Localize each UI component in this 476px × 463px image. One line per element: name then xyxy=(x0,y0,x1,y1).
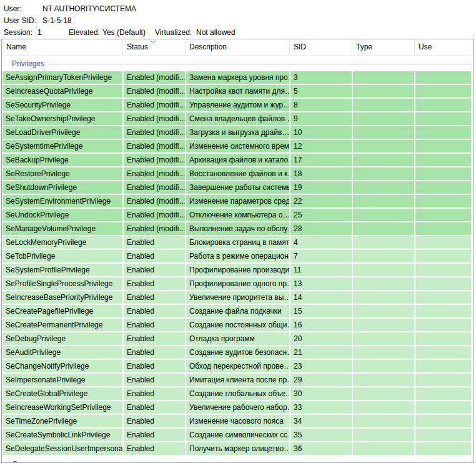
privilege-row[interactable]: SeAuditPrivilege Enabled Создание аудито… xyxy=(2,346,471,359)
privilege-name-cell: SeSecurityPrivilege xyxy=(2,99,122,111)
sid-cell: 36 xyxy=(290,442,352,455)
privilege-name-cell: SeCreatePermanentPrivilege xyxy=(2,319,122,331)
privilege-row[interactable]: SeTakeOwnershipPrivilege Enabled (modifi… xyxy=(2,112,471,125)
privilege-row[interactable]: SeLockMemoryPrivilege Enabled Блокировка… xyxy=(2,236,471,249)
privilege-row[interactable]: SeCreatePermanentPrivilege Enabled Созда… xyxy=(2,319,471,331)
sid-cell: 12 xyxy=(290,140,352,152)
use-cell xyxy=(415,222,471,235)
privilege-name-cell: SeCreatePagefilePrivilege xyxy=(2,305,122,317)
privilege-row[interactable]: SeChangeNotifyPrivilege Enabled Обход пе… xyxy=(2,360,471,372)
group-header-groups[interactable]: Groups xyxy=(2,459,472,462)
type-cell xyxy=(353,126,414,139)
privilege-row[interactable]: SeCreateGlobalPrivilege Enabled Создание… xyxy=(2,387,471,400)
status-cell: Enabled (modifi… xyxy=(124,222,185,235)
use-cell xyxy=(415,209,471,221)
token-info-panel: User: NT AUTHORITY\СИСТЕМА User SID: S-1… xyxy=(0,0,476,39)
status-cell: Enabled xyxy=(124,319,185,331)
sid-cell: 18 xyxy=(290,167,352,180)
privilege-row[interactable]: SeCreatePagefilePrivilege Enabled Создан… xyxy=(2,305,471,317)
user-sid-line: User SID: S-1-5-18 xyxy=(0,16,476,26)
sid-cell: 11 xyxy=(290,264,352,276)
sid-cell: 22 xyxy=(290,195,352,207)
column-header-use[interactable]: Use xyxy=(415,39,474,55)
privilege-row[interactable]: SeManageVolumePrivilege Enabled (modifi…… xyxy=(2,222,471,235)
status-cell: Enabled xyxy=(124,332,185,345)
description-cell: Создание постоянных общи… xyxy=(186,319,289,331)
sid-cell: 25 xyxy=(290,209,352,221)
description-cell: Изменение параметров сред… xyxy=(186,195,289,207)
privilege-row[interactable]: SeIncreaseWorkingSetPrivilege Enabled Ув… xyxy=(2,401,471,414)
description-cell: Изменение системного врем… xyxy=(186,140,289,152)
privilege-row[interactable]: SeDelegateSessionUserImpersona… Enabled … xyxy=(2,442,471,455)
description-cell: Восстановление файлов и к… xyxy=(186,167,289,180)
privilege-name-cell: SeImpersonatePrivilege xyxy=(2,374,122,386)
status-cell: Enabled xyxy=(124,442,185,455)
column-header-name[interactable]: Name xyxy=(2,39,123,55)
privilege-row[interactable]: SeCreateSymbolicLinkPrivilege Enabled Со… xyxy=(2,429,471,441)
sid-cell: 29 xyxy=(290,374,352,386)
column-header-sid[interactable]: SID xyxy=(290,39,352,55)
privilege-row[interactable]: SeAssignPrimaryTokenPrivilege Enabled (m… xyxy=(2,71,471,84)
use-cell xyxy=(415,140,471,152)
column-header-type[interactable]: Type xyxy=(352,39,415,55)
description-cell: Создание файла подкачки xyxy=(186,305,289,317)
description-cell: Замена маркера уровня про… xyxy=(186,71,289,84)
status-cell: Enabled (modifi… xyxy=(124,181,185,194)
privilege-row[interactable]: SeImpersonatePrivilege Enabled Имитация … xyxy=(2,374,471,386)
privilege-row[interactable]: SeSystemtimePrivilege Enabled (modifi… И… xyxy=(2,140,471,152)
privilege-row[interactable]: SeShutdownPrivilege Enabled (modifi… Зав… xyxy=(2,181,471,194)
description-cell: Создание аудитов безопасн… xyxy=(186,346,289,359)
user-line: User: NT AUTHORITY\СИСТЕМА xyxy=(0,4,476,14)
description-cell: Создание глобальных объе… xyxy=(186,387,289,400)
sid-cell: 9 xyxy=(290,112,352,125)
privilege-row[interactable]: SeLoadDriverPrivilege Enabled (modifi… З… xyxy=(2,126,471,139)
privilege-row[interactable]: SeDebugPrivilege Enabled Отладка програм… xyxy=(2,332,471,345)
privilege-name-cell: SeTimeZonePrivilege xyxy=(2,415,122,427)
privilege-name-cell: SeIncreaseQuotaPrivilege xyxy=(2,85,122,97)
privilege-row[interactable]: SeSystemProfilePrivilege Enabled Профили… xyxy=(2,264,471,276)
privilege-row[interactable]: SeIncreaseBasePriorityPrivilege Enabled … xyxy=(2,291,471,304)
status-cell: Enabled xyxy=(124,374,185,386)
group-header-privileges[interactable]: Privileges xyxy=(2,58,472,69)
user-sid-label: User SID: xyxy=(4,16,36,25)
privilege-row[interactable]: SeUndockPrivilege Enabled (modifi… Отклю… xyxy=(2,209,471,221)
privilege-name-cell: SeAssignPrimaryTokenPrivilege xyxy=(2,71,122,84)
description-cell: Завершение работы системы xyxy=(186,181,289,194)
virtualized-label: Virtualized: xyxy=(155,28,192,37)
privilege-row[interactable]: SeProfileSingleProcessPrivilege Enabled … xyxy=(2,277,471,290)
privilege-row[interactable]: SeTimeZonePrivilege Enabled Изменение ча… xyxy=(2,415,471,427)
privilege-row[interactable]: SeBackupPrivilege Enabled (modifi… Архив… xyxy=(2,154,471,166)
privilege-row[interactable]: SeRestorePrivilege Enabled (modifi… Восс… xyxy=(2,167,471,180)
status-cell: Enabled xyxy=(124,429,185,441)
use-cell xyxy=(415,442,471,455)
sid-cell: 35 xyxy=(290,429,352,441)
type-cell xyxy=(353,167,414,180)
privilege-row[interactable]: SeTcbPrivilege Enabled Работа в режиме о… xyxy=(2,250,471,262)
type-cell xyxy=(353,346,414,359)
privilege-name-cell: SeSystemProfilePrivilege xyxy=(2,264,122,276)
sid-cell: 28 xyxy=(290,222,352,235)
user-label: User: xyxy=(4,4,22,13)
description-cell: Отладка программ xyxy=(186,332,289,345)
status-cell: Enabled xyxy=(124,305,185,317)
sid-cell: 34 xyxy=(290,415,352,427)
sid-cell: 3 xyxy=(290,71,352,84)
status-cell: Enabled xyxy=(124,250,185,262)
use-cell xyxy=(415,429,471,441)
sid-cell: 23 xyxy=(290,360,352,372)
privilege-row[interactable]: SeIncreaseQuotaPrivilege Enabled (modifi… xyxy=(2,85,471,97)
column-header-description[interactable]: Description xyxy=(186,39,290,55)
type-cell xyxy=(353,305,414,317)
sid-cell: 13 xyxy=(290,277,352,290)
privilege-row[interactable]: SeSecurityPrivilege Enabled (modifi… Упр… xyxy=(2,99,471,111)
sid-cell: 4 xyxy=(290,236,352,249)
status-cell: Enabled (modifi… xyxy=(124,85,185,97)
sid-cell: 17 xyxy=(290,154,352,166)
type-cell xyxy=(353,374,414,386)
group-label: Groups xyxy=(12,460,36,462)
type-cell xyxy=(353,71,414,84)
privilege-name-cell: SeTcbPrivilege xyxy=(2,250,122,262)
type-cell xyxy=(353,222,414,235)
privilege-name-cell: SeUndockPrivilege xyxy=(2,209,122,221)
privilege-row[interactable]: SeSystemEnvironmentPrivilege Enabled (mo… xyxy=(2,195,471,207)
